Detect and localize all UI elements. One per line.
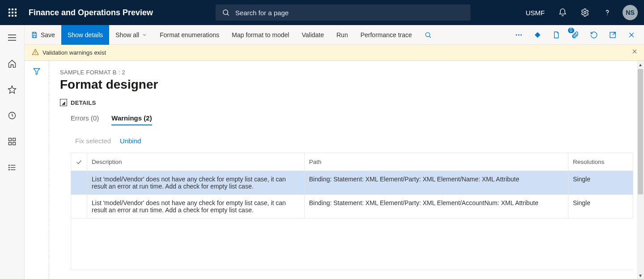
- details-label: DETAILS: [71, 99, 96, 106]
- map-format-button[interactable]: Map format to model: [225, 25, 295, 45]
- nav-home[interactable]: [3, 56, 21, 71]
- message-text: Validation warnings exist: [42, 49, 106, 56]
- col-description[interactable]: Description: [87, 153, 305, 171]
- chevron-down-icon: [142, 32, 147, 38]
- popout-button[interactable]: [605, 27, 621, 43]
- cell-resolutions: Single: [568, 195, 633, 218]
- validate-button[interactable]: Validate: [296, 25, 330, 45]
- svg-rect-21: [13, 142, 16, 145]
- office-button[interactable]: [548, 27, 564, 43]
- search-icon: [222, 9, 230, 17]
- more-actions-button[interactable]: [511, 27, 527, 43]
- user-avatar[interactable]: NS: [623, 5, 638, 20]
- svg-line-37: [613, 32, 615, 35]
- breadcrumb: SAMPLE FORMAT B : 2: [60, 69, 633, 76]
- grid-icon: [8, 137, 17, 146]
- close-icon: [628, 31, 635, 39]
- list-icon: [8, 163, 17, 172]
- show-all-button[interactable]: Show all: [109, 25, 153, 45]
- attachments-badge: 0: [568, 28, 574, 33]
- fix-selected-button: Fix selected: [75, 137, 111, 145]
- scroll-down-arrow[interactable]: ▼: [637, 272, 644, 279]
- col-resolutions[interactable]: Resolutions: [568, 153, 633, 171]
- svg-marker-44: [34, 69, 40, 75]
- popout-icon: [609, 31, 617, 39]
- nav-toggle-button[interactable]: [3, 30, 21, 45]
- search-placeholder: Search for a page: [235, 9, 288, 17]
- svg-rect-4: [12, 12, 13, 13]
- grid-row[interactable]: List 'model/Vendor' does not have any ch…: [71, 171, 633, 195]
- check-icon: [76, 159, 82, 166]
- svg-rect-35: [535, 32, 541, 38]
- performance-trace-button[interactable]: Performance trace: [354, 25, 418, 45]
- show-details-button[interactable]: Show details: [61, 25, 109, 45]
- cell-path: Binding: Statement: XML Element/Party: X…: [305, 195, 568, 218]
- svg-rect-6: [8, 15, 10, 17]
- power-button[interactable]: [530, 27, 546, 43]
- save-icon: [31, 31, 38, 39]
- show-all-label: Show all: [115, 31, 139, 39]
- svg-point-9: [223, 10, 228, 15]
- svg-rect-29: [33, 35, 35, 37]
- row-checkbox[interactable]: [71, 171, 87, 194]
- nav-rail: [0, 25, 25, 279]
- nav-modules[interactable]: [3, 160, 21, 175]
- clock-icon: [8, 111, 17, 120]
- global-search[interactable]: Search for a page: [216, 4, 470, 21]
- refresh-icon: [590, 31, 598, 39]
- svg-rect-7: [12, 15, 13, 17]
- scroll-thumb[interactable]: [638, 69, 643, 194]
- svg-point-33: [518, 34, 520, 35]
- details-section-header[interactable]: ◢ DETAILS: [60, 99, 633, 106]
- cell-path: Binding: Statement: XML Element/Party: X…: [305, 171, 568, 194]
- svg-rect-5: [15, 12, 17, 13]
- tab-warnings[interactable]: Warnings (2): [111, 114, 152, 125]
- svg-rect-28: [33, 32, 35, 34]
- nav-favorites[interactable]: [3, 82, 21, 97]
- help-button[interactable]: [600, 5, 614, 20]
- find-button[interactable]: [418, 25, 438, 45]
- row-checkbox[interactable]: [71, 195, 87, 218]
- unbind-button[interactable]: Unbind: [120, 137, 141, 145]
- col-path[interactable]: Path: [305, 153, 568, 171]
- details-tabs: Errors (0) Warnings (2): [71, 114, 633, 125]
- scroll-up-arrow[interactable]: ▲: [637, 61, 644, 68]
- warnings-toolbar: Fix selected Unbind: [75, 137, 633, 145]
- hamburger-icon: [8, 34, 17, 41]
- app-launcher-button[interactable]: [0, 0, 25, 25]
- svg-line-10: [227, 14, 229, 16]
- cell-description: List 'model/Vendor' does not have any ch…: [87, 171, 305, 194]
- search-icon: [424, 31, 432, 39]
- svg-point-32: [516, 34, 517, 35]
- home-icon: [8, 59, 17, 68]
- attachments-button[interactable]: 0: [567, 27, 583, 43]
- grid-row[interactable]: List 'model/Vendor' does not have any ch…: [71, 195, 633, 219]
- close-page-button[interactable]: [623, 27, 640, 43]
- settings-button[interactable]: [578, 5, 592, 20]
- save-button[interactable]: Save: [25, 25, 61, 45]
- run-button[interactable]: Run: [330, 25, 354, 45]
- format-enumerations-button[interactable]: Format enumerations: [153, 25, 225, 45]
- notifications-button[interactable]: [555, 5, 570, 20]
- vertical-scrollbar[interactable]: ▲ ▼: [637, 61, 644, 279]
- svg-rect-19: [13, 138, 16, 141]
- warning-icon: [32, 48, 39, 57]
- message-close-button[interactable]: [631, 48, 638, 56]
- svg-line-31: [429, 36, 431, 37]
- filter-button[interactable]: [33, 67, 41, 279]
- filter-icon: [33, 67, 41, 75]
- svg-marker-16: [8, 86, 16, 94]
- nav-workspaces[interactable]: [3, 134, 21, 149]
- legal-entity[interactable]: USMF: [523, 9, 548, 17]
- svg-point-12: [607, 14, 608, 15]
- svg-point-34: [521, 34, 522, 35]
- select-all-checkbox[interactable]: [71, 153, 87, 171]
- grid-header: Description Path Resolutions: [71, 153, 633, 171]
- question-icon: [603, 8, 612, 17]
- save-label: Save: [41, 31, 55, 39]
- refresh-button[interactable]: [586, 27, 602, 43]
- svg-rect-20: [9, 142, 12, 145]
- message-bar: Validation warnings exist: [25, 45, 644, 61]
- nav-recent[interactable]: [3, 108, 21, 123]
- tab-errors[interactable]: Errors (0): [71, 114, 99, 125]
